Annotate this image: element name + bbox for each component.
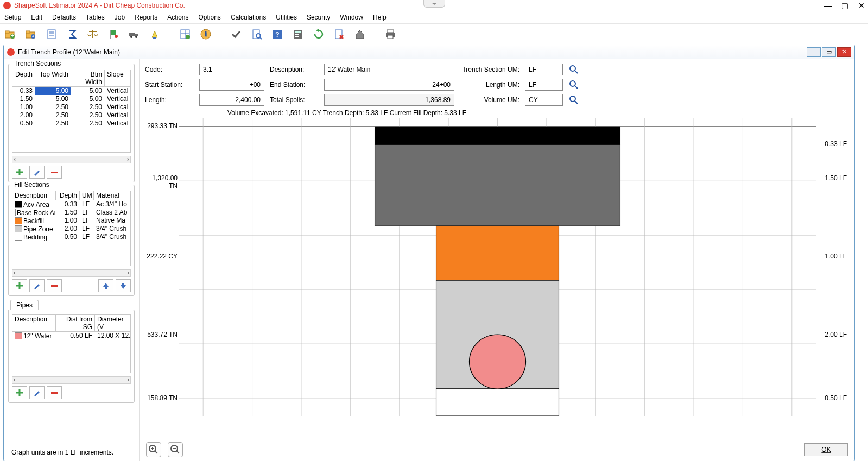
main-toolbar: + ℹ ? xyxy=(0,24,868,45)
sys-close-icon[interactable]: ✕ xyxy=(858,1,865,10)
app-title: SharpeSoft Estimator 2024 A - Dirt Cheap… xyxy=(14,2,185,9)
svg-rect-5 xyxy=(26,31,30,33)
svg-point-15 xyxy=(115,35,118,38)
app-icon xyxy=(3,2,11,9)
menu-help[interactable]: Help xyxy=(373,14,387,21)
menu-defaults[interactable]: Defaults xyxy=(52,14,76,21)
toolbar-help-icon[interactable]: ? xyxy=(270,27,284,41)
toolbar-spreadsheet-icon[interactable] xyxy=(178,27,192,41)
svg-text:ℹ: ℹ xyxy=(205,30,207,38)
svg-line-29 xyxy=(260,37,262,39)
svg-point-18 xyxy=(130,36,132,38)
menu-calculations[interactable]: Calculations xyxy=(231,14,266,21)
toolbar-flag-icon[interactable] xyxy=(106,27,121,41)
toolbar-home-icon[interactable] xyxy=(353,27,367,41)
sys-minimize-icon[interactable]: — xyxy=(824,1,832,10)
svg-rect-34 xyxy=(295,34,297,35)
toolbar-truck-icon[interactable] xyxy=(127,27,141,41)
ribbon-notch-icon[interactable] xyxy=(423,0,445,8)
menu-setup[interactable]: Setup xyxy=(4,14,21,21)
svg-rect-7 xyxy=(48,30,55,39)
svg-rect-17 xyxy=(135,34,138,36)
menu-tables[interactable]: Tables xyxy=(86,14,105,21)
menu-security[interactable]: Security xyxy=(307,14,330,21)
toolbar-delete-sheet-icon[interactable] xyxy=(332,27,346,41)
svg-rect-37 xyxy=(297,36,299,37)
toolbar-balance-icon[interactable] xyxy=(86,27,100,41)
toolbar-check-icon[interactable] xyxy=(229,27,243,41)
toolbar-users-icon[interactable]: ℹ xyxy=(199,27,213,41)
svg-rect-39 xyxy=(387,30,394,33)
svg-rect-1 xyxy=(5,31,9,33)
svg-rect-13 xyxy=(111,30,116,35)
svg-rect-41 xyxy=(388,35,393,39)
svg-point-19 xyxy=(135,36,137,38)
svg-rect-33 xyxy=(295,31,301,33)
svg-rect-16 xyxy=(129,33,135,36)
menu-utilities[interactable]: Utilities xyxy=(276,14,297,21)
menu-edit[interactable]: Edit xyxy=(31,14,42,21)
toolbar-preview-icon[interactable] xyxy=(250,27,264,41)
svg-rect-20 xyxy=(153,37,156,39)
toolbar-calc-icon[interactable] xyxy=(291,27,305,41)
svg-rect-35 xyxy=(297,34,299,35)
menu-job[interactable]: Job xyxy=(115,14,125,21)
menu-actions[interactable]: Actions xyxy=(167,14,188,21)
menu-reports[interactable]: Reports xyxy=(135,14,157,21)
svg-text:+: + xyxy=(10,32,14,40)
sys-maximize-icon[interactable]: ▢ xyxy=(841,1,848,10)
toolbar-refresh-icon[interactable] xyxy=(312,27,326,41)
menu-options[interactable]: Options xyxy=(199,14,221,21)
svg-text:?: ? xyxy=(275,31,279,39)
svg-rect-36 xyxy=(295,36,297,37)
toolbar-sigma-icon[interactable] xyxy=(65,27,79,41)
svg-point-24 xyxy=(186,35,190,39)
toolbar-highlight-icon[interactable] xyxy=(148,27,162,41)
toolbar-notes-icon[interactable] xyxy=(45,27,59,41)
toolbar-new-folder-icon[interactable]: + xyxy=(3,27,17,41)
toolbar-open-folder-icon[interactable] xyxy=(24,27,38,41)
menu-window[interactable]: Window xyxy=(340,14,363,21)
toolbar-print-icon[interactable] xyxy=(383,27,397,41)
